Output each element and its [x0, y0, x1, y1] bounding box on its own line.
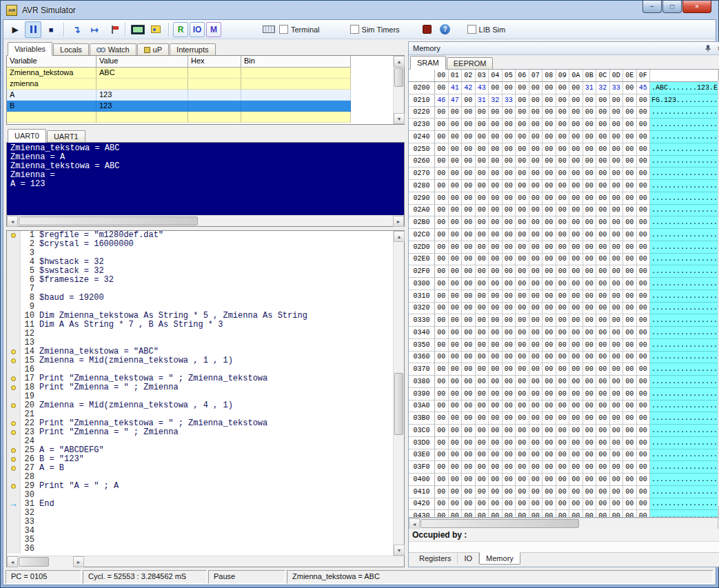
- memory-byte-cell[interactable]: 00: [435, 339, 449, 352]
- memory-byte-cell[interactable]: 00: [596, 510, 610, 517]
- memory-byte-cell[interactable]: 00: [529, 241, 543, 254]
- memory-byte-cell[interactable]: 00: [543, 229, 556, 241]
- memory-byte-cell[interactable]: 00: [623, 425, 637, 437]
- memory-byte-cell[interactable]: 00: [543, 107, 556, 119]
- gutter-cell[interactable]: [7, 473, 21, 482]
- memory-byte-cell[interactable]: 00: [610, 461, 624, 474]
- memory-byte-cell[interactable]: 00: [489, 205, 503, 217]
- memory-byte-cell[interactable]: 00: [476, 425, 489, 437]
- memory-byte-cell[interactable]: 00: [583, 314, 597, 327]
- memory-byte-cell[interactable]: 00: [503, 192, 516, 205]
- memory-byte-cell[interactable]: 00: [610, 107, 624, 119]
- bottom-tab-memory[interactable]: Memory: [479, 552, 520, 565]
- memory-byte-cell[interactable]: 00: [583, 437, 597, 449]
- memory-byte-cell[interactable]: 00: [489, 376, 503, 388]
- memory-byte-cell[interactable]: 00: [583, 290, 597, 303]
- gutter-cell[interactable]: [7, 518, 21, 527]
- memory-byte-cell[interactable]: 00: [449, 265, 463, 278]
- memory-byte-cell[interactable]: 00: [637, 229, 651, 241]
- memory-byte-cell[interactable]: 00: [556, 94, 570, 107]
- memory-byte-cell[interactable]: 31: [583, 82, 597, 94]
- memory-byte-cell[interactable]: 00: [610, 143, 624, 156]
- memory-byte-cell[interactable]: 00: [449, 339, 463, 352]
- memory-byte-cell[interactable]: 00: [583, 131, 597, 143]
- memory-byte-cell[interactable]: 00: [476, 156, 489, 168]
- table-row[interactable]: [7, 112, 351, 123]
- memory-byte-cell[interactable]: 00: [462, 94, 476, 107]
- memory-byte-cell[interactable]: 00: [543, 510, 556, 517]
- run-button[interactable]: ▶: [7, 21, 23, 38]
- memory-byte-cell[interactable]: 00: [516, 229, 529, 241]
- memory-byte-cell[interactable]: 00: [610, 388, 624, 401]
- memory-byte-cell[interactable]: 00: [449, 229, 463, 241]
- memory-byte-cell[interactable]: 00: [569, 143, 583, 156]
- memory-byte-cell[interactable]: 00: [596, 314, 610, 327]
- memory-byte-cell[interactable]: 00: [637, 290, 651, 303]
- memory-byte-cell[interactable]: 00: [583, 265, 597, 278]
- breakpoint-dot-cell[interactable]: [7, 401, 21, 410]
- memory-byte-cell[interactable]: 00: [516, 303, 529, 315]
- memory-byte-cell[interactable]: 00: [516, 290, 529, 303]
- memory-byte-cell[interactable]: 00: [462, 401, 476, 413]
- pin-button[interactable]: [702, 43, 713, 54]
- memory-byte-cell[interactable]: 00: [583, 143, 597, 156]
- memory-byte-cell[interactable]: 00: [610, 241, 624, 254]
- memory-byte-cell[interactable]: 00: [476, 143, 489, 156]
- scroll-up-button[interactable]: ▲: [394, 231, 405, 242]
- memory-byte-cell[interactable]: 47: [449, 94, 463, 107]
- memory-byte-cell[interactable]: 00: [623, 180, 637, 192]
- memory-byte-cell[interactable]: 00: [596, 425, 610, 437]
- memory-byte-cell[interactable]: 00: [529, 107, 543, 119]
- memory-byte-cell[interactable]: 00: [569, 241, 583, 254]
- memory-byte-cell[interactable]: 00: [610, 180, 624, 192]
- memory-byte-cell[interactable]: 00: [610, 314, 624, 327]
- memory-byte-cell[interactable]: 00: [489, 254, 503, 266]
- memory-byte-cell[interactable]: 00: [637, 339, 651, 352]
- memory-byte-cell[interactable]: 00: [516, 314, 529, 327]
- memory-byte-cell[interactable]: 00: [435, 376, 449, 388]
- memory-byte-cell[interactable]: 00: [503, 82, 516, 94]
- memory-byte-cell[interactable]: 00: [476, 254, 489, 266]
- memory-byte-cell[interactable]: 00: [503, 486, 516, 498]
- tab-locals[interactable]: Locals: [53, 43, 89, 55]
- memory-byte-cell[interactable]: 00: [449, 278, 463, 290]
- memory-byte-cell[interactable]: 00: [503, 510, 516, 517]
- refresh-variables-button[interactable]: [419, 21, 436, 38]
- gutter-cell[interactable]: [7, 509, 21, 518]
- memory-byte-cell[interactable]: 00: [449, 107, 463, 119]
- memory-byte-cell[interactable]: 00: [623, 388, 637, 401]
- memory-byte-cell[interactable]: 00: [516, 412, 529, 425]
- memory-byte-cell[interactable]: 00: [489, 119, 503, 131]
- memory-byte-cell[interactable]: 00: [449, 510, 463, 517]
- memory-byte-cell[interactable]: 00: [610, 339, 624, 352]
- memory-byte-cell[interactable]: 00: [596, 278, 610, 290]
- table-row[interactable]: B123: [7, 101, 351, 112]
- memory-byte-cell[interactable]: 00: [462, 168, 476, 180]
- memory-byte-cell[interactable]: 00: [435, 401, 449, 413]
- memory-byte-cell[interactable]: 00: [610, 449, 624, 462]
- memory-byte-cell[interactable]: 00: [489, 510, 503, 517]
- memory-byte-cell[interactable]: 00: [596, 107, 610, 119]
- memory-byte-cell[interactable]: 00: [610, 376, 624, 388]
- memory-byte-cell[interactable]: 00: [516, 474, 529, 486]
- memory-byte-cell[interactable]: 00: [610, 192, 624, 205]
- memory-byte-cell[interactable]: 00: [543, 265, 556, 278]
- memory-byte-cell[interactable]: 00: [623, 265, 637, 278]
- memory-byte-cell[interactable]: 00: [503, 449, 516, 462]
- memory-byte-cell[interactable]: 00: [489, 474, 503, 486]
- memory-byte-cell[interactable]: 00: [543, 168, 556, 180]
- memory-byte-cell[interactable]: 00: [610, 425, 624, 437]
- memory-byte-cell[interactable]: 00: [556, 192, 570, 205]
- show-hardware-button[interactable]: [148, 21, 164, 38]
- memory-byte-cell[interactable]: 00: [637, 327, 651, 339]
- memory-byte-cell[interactable]: 00: [503, 376, 516, 388]
- memory-byte-cell[interactable]: 00: [529, 192, 543, 205]
- memory-byte-cell[interactable]: 00: [529, 510, 543, 517]
- memory-byte-cell[interactable]: 00: [543, 363, 556, 376]
- memory-byte-cell[interactable]: 00: [556, 290, 570, 303]
- memory-byte-cell[interactable]: 00: [529, 229, 543, 241]
- memory-byte-cell[interactable]: 32: [489, 94, 503, 107]
- memory-byte-cell[interactable]: 00: [543, 314, 556, 327]
- memory-byte-cell[interactable]: 00: [529, 303, 543, 315]
- memory-byte-cell[interactable]: 00: [583, 254, 597, 266]
